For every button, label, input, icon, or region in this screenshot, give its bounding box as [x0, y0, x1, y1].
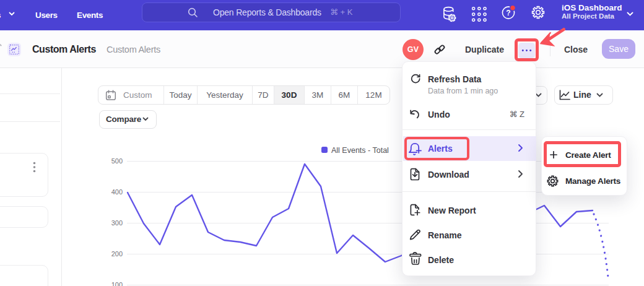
svg-text:?: ? [506, 9, 510, 17]
